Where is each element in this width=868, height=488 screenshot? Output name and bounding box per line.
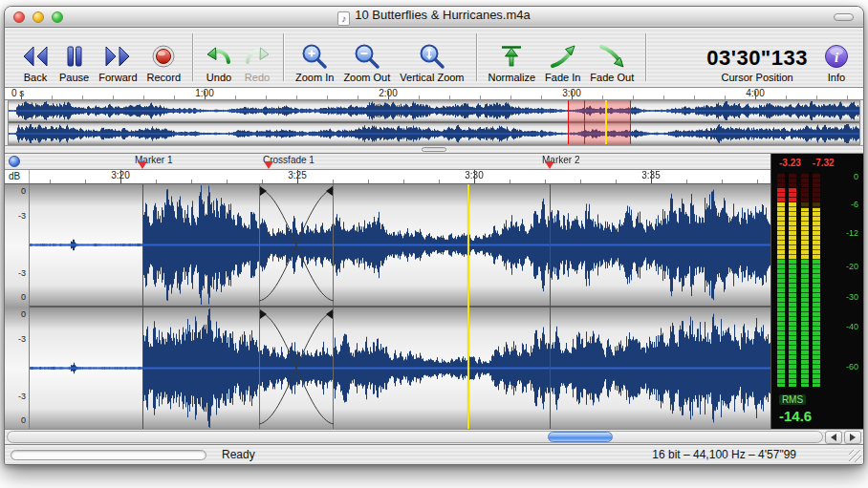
crossfade-envelope[interactable] <box>259 184 334 306</box>
pause-label: Pause <box>59 72 89 83</box>
undo-button[interactable]: Undo <box>200 33 238 83</box>
overview-ruler-ticks: 0 s 1:00 2:00 3:00 4:00 <box>8 88 860 99</box>
fade-in-label: Fade In <box>545 72 580 83</box>
db-scale-value: -3 <box>18 268 26 278</box>
status-text: Ready <box>222 448 255 461</box>
splitter-handle-icon[interactable] <box>422 147 446 152</box>
overview-waveform[interactable] <box>8 100 860 145</box>
forward-label: Forward <box>98 72 137 83</box>
titlebar[interactable]: ♪10 Butterflies & Hurricanes.m4a <box>5 7 863 28</box>
meter-scale-label: -30 <box>846 292 858 302</box>
waveform-channel-right[interactable] <box>30 308 770 429</box>
overview-waveform-left[interactable] <box>9 100 859 121</box>
normalize-button[interactable]: Normalize <box>484 33 541 83</box>
right-arrow-icon <box>850 434 856 441</box>
format-info: 16 bit – 44,100 Hz – 4'57"99 <box>652 448 796 461</box>
scroll-right-button[interactable] <box>844 431 861 444</box>
crossfade-handle-icon[interactable] <box>260 186 267 196</box>
back-button[interactable]: Back <box>16 33 54 83</box>
vertical-zoom-button[interactable]: Vertical Zoom <box>395 33 468 83</box>
toolbar-toggle-button[interactable] <box>834 13 854 21</box>
db-scale-value: 0 <box>21 292 26 302</box>
marker-flag-icon[interactable] <box>545 161 554 169</box>
db-scale-value: 0 <box>21 415 26 425</box>
cursor-position-value: 03'30"133 <box>706 46 808 71</box>
fade-out-label: Fade Out <box>590 72 634 83</box>
crossfade-envelope[interactable] <box>259 308 334 429</box>
record-button[interactable]: Record <box>142 33 185 83</box>
zoom-in-button[interactable]: Zoom In <box>291 33 338 83</box>
meter-scale-label: -40 <box>846 322 858 331</box>
meter-bar-right <box>801 173 820 387</box>
edit-area: Marker 1 Crossfade 1 Marker 2 dB 3:20 3:… <box>5 154 863 429</box>
marker-line[interactable] <box>142 184 143 429</box>
db-unit-label: dB <box>5 170 30 183</box>
info-icon: i <box>822 42 851 71</box>
overview-tick-label: 0 s <box>11 88 24 98</box>
info-button[interactable]: i Info <box>817 33 856 83</box>
status-bar: Ready 16 bit – 44,100 Hz – 4'57"99 <box>5 444 863 464</box>
horizontal-scrollbar[interactable] <box>5 429 863 444</box>
fade-out-icon <box>597 42 626 71</box>
overview-ruler[interactable]: 0 s 1:00 2:00 3:00 4:00 <box>5 88 863 100</box>
zoom-out-icon <box>353 42 381 71</box>
normalize-icon <box>497 42 526 71</box>
scrollbar-track[interactable] <box>7 431 823 443</box>
toolbar-divider <box>645 33 646 81</box>
toolbar: Back Pause Forward Record Undo Redo Zoom… <box>5 28 863 88</box>
playhead-line[interactable] <box>467 184 469 429</box>
redo-button[interactable]: Redo <box>238 33 276 83</box>
db-scale-value: -3 <box>18 392 26 401</box>
waveform-editor[interactable] <box>30 184 770 429</box>
db-gutter: 0 -3 -3 0 0 -3 -3 0 <box>5 184 30 429</box>
app-window: ♪10 Butterflies & Hurricanes.m4a Back Pa… <box>4 6 864 465</box>
marker-strip[interactable]: Marker 1 Crossfade 1 Marker 2 <box>5 154 770 170</box>
redo-label: Redo <box>245 72 270 83</box>
record-label: Record <box>147 72 181 83</box>
marker-flag-icon[interactable] <box>264 161 273 169</box>
marker-flag-icon[interactable] <box>138 161 147 169</box>
fade-in-button[interactable]: Fade In <box>540 33 585 83</box>
zoom-out-button[interactable]: Zoom Out <box>338 33 395 83</box>
marker-menu-icon[interactable] <box>9 156 20 167</box>
crossfade-handle-icon[interactable] <box>260 309 267 319</box>
back-label: Back <box>24 72 47 83</box>
window-title-text: 10 Butterflies & Hurricanes.m4a <box>355 8 531 22</box>
toolbar-divider <box>476 33 477 81</box>
zoom-in-label: Zoom In <box>295 72 334 83</box>
pane-splitter[interactable] <box>5 145 863 154</box>
crossfade-handle-icon[interactable] <box>326 309 333 319</box>
time-ruler[interactable]: 3:20 3:25 3:30 3:35 <box>30 170 770 183</box>
fade-out-button[interactable]: Fade Out <box>585 33 639 83</box>
forward-button[interactable]: Forward <box>94 33 141 83</box>
meter-scale-label: -20 <box>846 262 858 271</box>
scroll-left-button[interactable] <box>825 431 842 444</box>
overview-playhead[interactable] <box>605 100 607 144</box>
peak-value-right: -7.32 <box>813 158 835 171</box>
rms-value: -14.6 <box>779 408 863 424</box>
pause-icon <box>60 42 89 71</box>
crossfade-handle-icon[interactable] <box>326 186 333 196</box>
meter-scale-label: -60 <box>846 362 858 371</box>
meter-bar-left <box>777 173 796 387</box>
waveform-channel-left[interactable] <box>30 184 770 306</box>
left-arrow-icon <box>831 434 836 441</box>
overview-selection[interactable] <box>568 100 631 144</box>
vertical-zoom-icon <box>418 42 446 71</box>
pause-button[interactable]: Pause <box>54 33 94 83</box>
overview-waveform-right[interactable] <box>9 123 859 144</box>
cursor-position-label: Cursor Position <box>721 72 792 83</box>
meter-scale-label: -6 <box>851 200 858 209</box>
rms-label: RMS <box>779 394 806 405</box>
cursor-position-display: 03'30"133 Cursor Position <box>697 33 817 83</box>
overview-marker-line[interactable] <box>584 100 585 144</box>
marker-line[interactable] <box>550 184 551 429</box>
db-scale-value: -3 <box>18 211 26 221</box>
scrollbar-thumb[interactable] <box>548 432 613 442</box>
redo-icon <box>243 42 271 71</box>
record-icon <box>149 42 178 71</box>
normalize-label: Normalize <box>488 72 536 83</box>
vertical-zoom-label: Vertical Zoom <box>400 72 464 83</box>
resize-grip[interactable] <box>849 450 861 462</box>
audio-file-icon: ♪ <box>337 11 350 26</box>
